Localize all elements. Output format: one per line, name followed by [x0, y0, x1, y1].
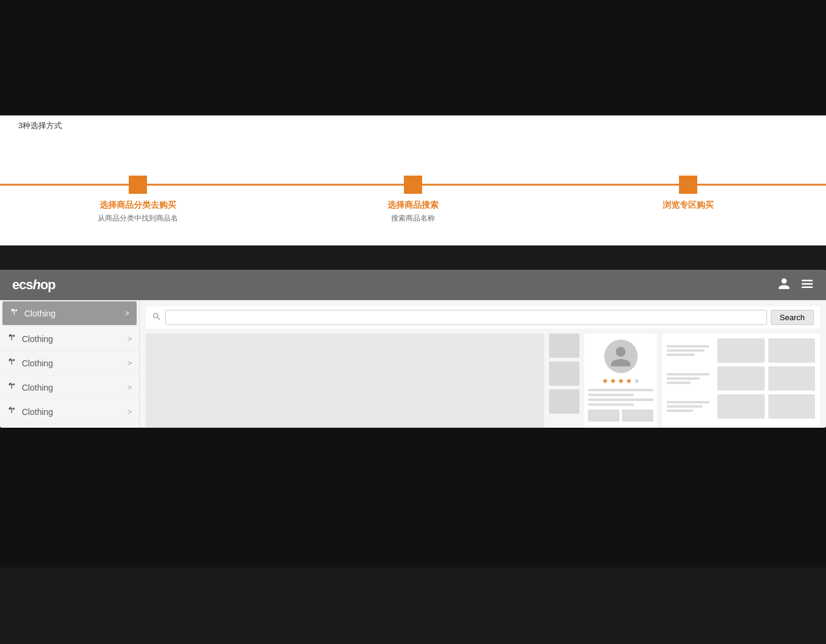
- node-main-text-1: 选择商品分类去购买: [77, 200, 199, 211]
- node-diamond-3: [679, 176, 697, 194]
- node-main-text-3: 浏览专区购买: [627, 200, 749, 211]
- product-text-2: [667, 366, 714, 391]
- node-sub-text-2: 搜索商品名称: [352, 213, 474, 224]
- info-block-1: [588, 409, 620, 422]
- node-diamond-1: [129, 176, 147, 194]
- sidebar-item-0[interactable]: Clothing >: [2, 301, 137, 326]
- ecshop-logo: ecshop: [12, 277, 55, 293]
- info-line-2: [588, 394, 634, 396]
- search-input[interactable]: [165, 310, 767, 325]
- svg-rect-0: [802, 279, 813, 281]
- main-content: Search: [140, 300, 826, 428]
- product-img-2[interactable]: [768, 338, 815, 363]
- sidebar-item-4[interactable]: Clothing >: [0, 400, 139, 424]
- ecshop-body: Clothing > Clothing > Clothing >: [0, 300, 826, 428]
- star-2: ★: [610, 377, 616, 385]
- product-text-1: [667, 338, 714, 363]
- product-img-1[interactable]: [717, 338, 764, 363]
- sidebar-label-3: Clothing: [22, 383, 53, 392]
- header-icons: [777, 277, 814, 293]
- info-line-1: [588, 389, 654, 391]
- thumbnail-1[interactable]: [549, 334, 579, 358]
- product-grid-panel: [662, 334, 820, 428]
- timeline-node-1: 选择商品分类去购买 从商品分类中找到商品名: [129, 176, 147, 194]
- timeline-wrapper: 选择商品分类去购买 从商品分类中找到商品名 选择商品搜索 搜索商品名称 浏览专区…: [0, 148, 826, 221]
- info-blocks: [588, 409, 654, 422]
- sidebar-arrow-1: >: [128, 335, 132, 343]
- sidebar-label-4: Clothing: [22, 407, 53, 417]
- timeline-node-2: 选择商品搜索 搜索商品名称: [404, 176, 422, 194]
- star-5: ★: [633, 377, 640, 385]
- node-sub-text-1: 从商品分类中找到商品名: [77, 213, 199, 224]
- product-img-5[interactable]: [717, 394, 764, 419]
- top-black-section: [0, 0, 826, 115]
- sidebar-arrow-4: >: [128, 408, 132, 416]
- bottom-black-section: [0, 428, 826, 567]
- main-banner: [146, 334, 544, 428]
- clothing-icon-4: [7, 406, 17, 417]
- svg-rect-1: [802, 283, 813, 284]
- product-img-6[interactable]: [768, 394, 815, 419]
- info-block-2: [622, 409, 654, 422]
- user-avatar: [604, 340, 638, 373]
- info-bar: 3种选择方式: [0, 115, 826, 136]
- ecshop-header: ecshop: [0, 270, 826, 300]
- sidebar-arrow-3: >: [128, 383, 132, 392]
- user-panel: ★ ★ ★ ★ ★: [584, 334, 657, 428]
- clothing-icon-3: [7, 382, 17, 393]
- ecshop-section: ecshop: [0, 270, 826, 428]
- sidebar-item-3[interactable]: Clothing >: [0, 375, 139, 400]
- sidebar-arrow-0: >: [125, 309, 129, 318]
- thumbnail-2[interactable]: [549, 361, 579, 386]
- node-label-3: 浏览专区购买: [627, 200, 749, 211]
- svg-rect-2: [802, 286, 813, 287]
- hamburger-icon[interactable]: [800, 277, 814, 293]
- node-label-1: 选择商品分类去购买 从商品分类中找到商品名: [77, 200, 199, 224]
- timeline-section: 选择商品分类去购买 从商品分类中找到商品名 选择商品搜索 搜索商品名称 浏览专区…: [0, 136, 826, 245]
- user-icon[interactable]: [777, 277, 791, 293]
- sidebar-arrow-2: >: [128, 359, 132, 368]
- product-img-4[interactable]: [768, 366, 815, 391]
- info-line-3: [588, 399, 654, 401]
- info-text: 3种选择方式: [18, 121, 62, 130]
- star-4: ★: [626, 377, 632, 385]
- sidebar-item-1[interactable]: Clothing >: [0, 327, 139, 351]
- node-main-text-2: 选择商品搜索: [352, 200, 474, 211]
- side-thumbnails: [549, 334, 579, 428]
- thumbnail-3[interactable]: [549, 389, 579, 414]
- sidebar-label-1: Clothing: [22, 334, 53, 344]
- clothing-icon-0: [10, 307, 19, 319]
- content-grid: ★ ★ ★ ★ ★: [146, 334, 820, 428]
- search-button[interactable]: Search: [771, 310, 814, 325]
- product-img-3[interactable]: [717, 366, 764, 391]
- timeline-nodes: 选择商品分类去购买 从商品分类中找到商品名 选择商品搜索 搜索商品名称 浏览专区…: [0, 148, 826, 221]
- info-line-4: [588, 403, 634, 406]
- sidebar-label-0: Clothing: [24, 309, 55, 318]
- user-info-lines: [588, 389, 654, 406]
- clothing-icon-2: [7, 357, 17, 369]
- avatar-icon: [609, 344, 633, 369]
- node-diamond-2: [404, 176, 422, 194]
- sidebar-label-2: Clothing: [22, 358, 53, 368]
- star-1: ★: [602, 377, 609, 385]
- timeline-node-3: 浏览专区购买: [679, 176, 697, 194]
- sidebar-item-2[interactable]: Clothing >: [0, 351, 139, 375]
- user-stars: ★ ★ ★ ★ ★: [602, 377, 640, 385]
- logo-text: ecshop: [12, 277, 55, 292]
- search-icon: [152, 312, 162, 324]
- star-3: ★: [618, 377, 624, 385]
- search-bar: Search: [146, 306, 820, 329]
- product-text-3: [667, 394, 714, 419]
- clothing-icon-1: [7, 333, 17, 344]
- node-label-2: 选择商品搜索 搜索商品名称: [352, 200, 474, 224]
- sidebar: Clothing > Clothing > Clothing >: [0, 300, 140, 428]
